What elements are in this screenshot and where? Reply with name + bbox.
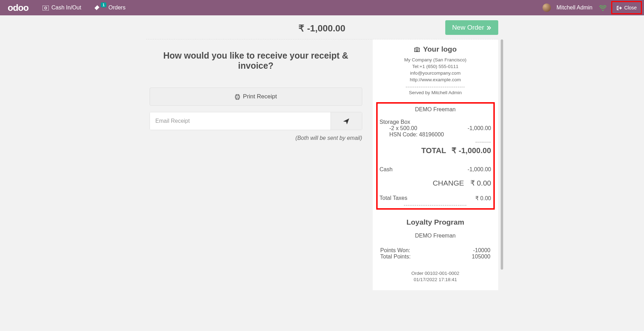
email-note: (Both will be sent by email) [150, 135, 362, 141]
user-name: Mitchell Admin [556, 5, 592, 11]
points-won-label: Points Won: [380, 247, 410, 254]
main: ₹ -1,000.00 New Order How would you like… [0, 15, 644, 290]
cash-icon [43, 5, 49, 11]
ticket-icon [94, 5, 100, 11]
payment-value: -1,000.00 [468, 166, 491, 173]
item-total: -1,000.00 [468, 125, 491, 131]
change-label: CHANGE [433, 179, 464, 187]
receipt-question: How would you like to receive your recei… [150, 51, 362, 71]
receipt-highlight-box: DEMO Freeman Storage Box -2 x 500.00 -1,… [376, 102, 495, 210]
total-points-label: Total Points: [380, 254, 411, 260]
tax-label: Total Taxes [380, 195, 408, 202]
email-row [150, 112, 362, 130]
orders-label: Orders [108, 5, 126, 11]
orders-menu[interactable]: 1 Orders [88, 0, 132, 15]
content-row: How would you like to receive your recei… [146, 39, 498, 290]
cash-label: Cash In/Out [52, 5, 81, 11]
change-row: CHANGE ₹ 0.00 [380, 179, 491, 187]
close-highlight-box: Close [611, 1, 642, 14]
chevron-double-right-icon [486, 24, 491, 31]
print-icon [235, 93, 240, 100]
company-tel: Tel:+1 (650) 555-0111 [380, 63, 491, 70]
wifi-icon [594, 4, 611, 12]
total-row: TOTAL ₹ -1,000.00 [380, 146, 491, 155]
total-points-value: 105000 [472, 254, 490, 260]
payment-row: Cash -1,000.00 [380, 166, 491, 173]
panel: ₹ -1,000.00 New Order How would you like… [146, 20, 498, 290]
send-email-button[interactable] [331, 112, 362, 130]
points-won-value: -10000 [473, 247, 491, 254]
receipt-logo-text: Your logo [423, 45, 456, 53]
company-email: info@yourcompany.com [380, 70, 491, 77]
total-points-row: Total Points: 105000 [380, 254, 491, 260]
close-label: Close [624, 5, 637, 10]
print-receipt-button[interactable]: Print Receipt [150, 88, 362, 106]
company-block: My Company (San Francisco) Tel:+1 (650) … [380, 57, 491, 83]
close-button[interactable]: Close [612, 2, 641, 13]
svg-point-1 [45, 7, 47, 9]
item-name: Storage Box [380, 119, 491, 125]
scrollbar[interactable] [501, 39, 503, 270]
new-order-label: New Order [452, 24, 484, 31]
payment-method: Cash [380, 166, 393, 173]
tax-row: Total Taxes ₹ 0.00 [380, 195, 491, 202]
cash-in-out-menu[interactable]: Cash In/Out [36, 0, 88, 15]
amount-row: ₹ -1,000.00 New Order [146, 20, 498, 36]
order-footer: Order 00102-001-0002 01/17/2022 17:18:41 [380, 270, 491, 284]
divider-dashes: -------------------------------- [380, 84, 491, 89]
receipt-logo-line: Your logo [380, 45, 491, 53]
points-won-row: Points Won: -10000 [380, 247, 491, 254]
item-line: -2 x 500.00 -1,000.00 [380, 125, 491, 131]
avatar [543, 3, 551, 12]
receipt-column: Your logo My Company (San Francisco) Tel… [373, 39, 498, 290]
tax-value: ₹ 0.00 [475, 195, 491, 202]
served-by: Served by Mitchell Admin [380, 90, 491, 95]
company-name: My Company (San Francisco) [380, 57, 491, 63]
order-ref: Order 00102-001-0002 [380, 270, 491, 277]
tax-dashes: ---------------------------------- [380, 202, 491, 208]
total-value: ₹ -1,000.00 [452, 146, 491, 155]
loyalty-title: Loyalty Program [380, 218, 491, 226]
print-label: Print Receipt [243, 93, 277, 100]
svg-rect-0 [43, 6, 49, 10]
topbar-right: Mitchell Admin Close [536, 0, 644, 15]
total-label: TOTAL [421, 146, 446, 155]
paper-plane-icon [343, 118, 349, 125]
logout-icon [616, 5, 622, 10]
odoo-logo: odoo [0, 2, 36, 13]
user-menu[interactable]: Mitchell Admin [536, 0, 594, 15]
email-input[interactable] [150, 112, 331, 130]
subtotal-dashes: -------- [380, 139, 491, 145]
item-qty: -2 x 500.00 [389, 125, 417, 131]
customer-name: DEMO Freeman [380, 106, 491, 113]
company-url: http://www.example.com [380, 77, 491, 83]
order-date: 01/17/2022 17:18:41 [380, 277, 491, 283]
loyalty-customer: DEMO Freeman [380, 233, 491, 239]
topbar: odoo Cash In/Out 1 Orders Mitchell Admin… [0, 0, 644, 15]
new-order-button[interactable]: New Order [445, 20, 498, 35]
left-column: How would you like to receive your recei… [146, 39, 373, 290]
svg-point-2 [416, 49, 418, 51]
camera-icon [414, 45, 420, 53]
hsn-code: HSN Code: 48196000 [380, 131, 491, 138]
change-value: ₹ 0.00 [470, 179, 491, 187]
order-amount: ₹ -1,000.00 [298, 23, 345, 34]
orders-badge: 1 [101, 2, 106, 7]
